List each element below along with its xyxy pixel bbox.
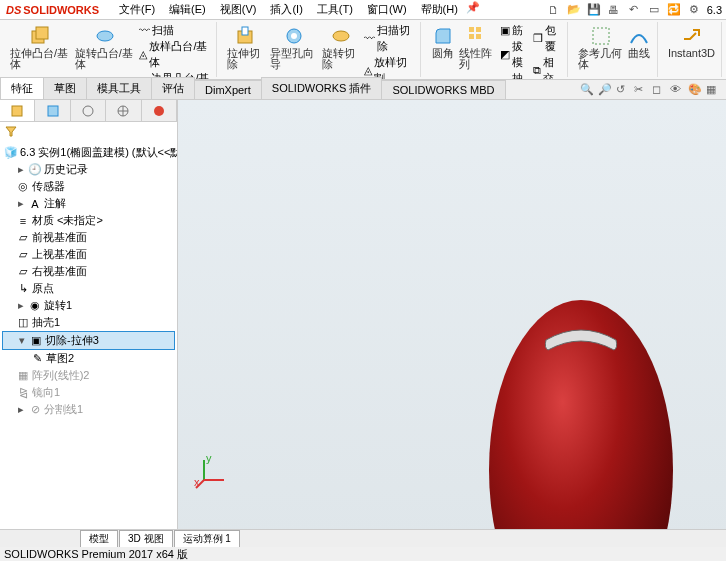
tab-motion[interactable]: 运动算例 1 xyxy=(174,530,240,548)
pattern-icon xyxy=(466,24,490,48)
revolve-boss-button[interactable]: 旋转凸台/基体 xyxy=(73,22,138,72)
open-icon[interactable]: 📂 xyxy=(567,3,581,17)
tree-origin[interactable]: ↳原点 xyxy=(2,280,175,297)
tab-mold[interactable]: 模具工具 xyxy=(86,77,152,99)
revolve-feat-icon: ◉ xyxy=(28,299,42,313)
extrude-cut-button[interactable]: 拉伸切除 xyxy=(225,22,268,72)
new-icon[interactable]: 🗋 xyxy=(547,3,561,17)
tree-lpattern[interactable]: ▦阵列(线性)2 xyxy=(2,367,175,384)
collapse-icon[interactable]: ▾ xyxy=(17,334,27,347)
menu-bar: 文件(F) 编辑(E) 视图(V) 插入(I) 工具(T) 窗口(W) 帮助(H… xyxy=(113,0,480,19)
tree-root[interactable]: 🧊6.3 实例1(椭圆盖建模) (默认<<默认>_显 xyxy=(2,144,175,161)
tree-front-plane[interactable]: ▱前视基准面 xyxy=(2,229,175,246)
save-icon[interactable]: 💾 xyxy=(587,3,601,17)
tree-split1[interactable]: ▸⊘分割线1 xyxy=(2,401,175,418)
rib-button[interactable]: ▣筋 xyxy=(498,22,530,38)
sensor-icon: ◎ xyxy=(16,180,30,194)
wrap-icon: ❒ xyxy=(533,30,543,46)
linear-pattern-button[interactable]: 线性阵列 xyxy=(457,22,498,72)
tree-material[interactable]: ≡材质 <未指定> xyxy=(2,212,175,229)
graphics-viewport[interactable]: x y xyxy=(178,100,726,540)
config-tab[interactable] xyxy=(71,100,106,121)
sweep-button[interactable]: 〰扫描 xyxy=(137,22,212,38)
display-style-icon[interactable]: ◻ xyxy=(652,83,666,97)
tree-top-plane[interactable]: ▱上视基准面 xyxy=(2,246,175,263)
revolve-cut-button[interactable]: 旋转切除 xyxy=(320,22,363,72)
expand-icon[interactable]: ▸ xyxy=(16,163,26,176)
draft-button[interactable]: ◩拔模 xyxy=(498,38,530,70)
menu-file[interactable]: 文件(F) xyxy=(113,0,161,19)
svg-rect-10 xyxy=(469,34,474,39)
menu-pushpin-icon[interactable]: 📌 xyxy=(466,0,480,14)
svg-point-2 xyxy=(97,31,113,41)
feature-tree-tab[interactable] xyxy=(0,100,35,121)
split-feat-icon: ⊘ xyxy=(28,403,42,417)
extrude-boss-button[interactable]: 拉伸凸台/基体 xyxy=(8,22,73,72)
tree-sensors[interactable]: ◎传感器 xyxy=(2,178,175,195)
expand-icon[interactable]: ▸ xyxy=(16,197,26,210)
prev-view-icon[interactable]: ↺ xyxy=(616,83,630,97)
menu-tools[interactable]: 工具(T) xyxy=(311,0,359,19)
display-tab[interactable] xyxy=(142,100,177,121)
zoom-area-icon[interactable]: 🔎 xyxy=(598,83,612,97)
menu-window[interactable]: 窗口(W) xyxy=(361,0,413,19)
sweep-cut-button[interactable]: 〰扫描切除 xyxy=(362,22,415,54)
tree-cut-extrude3[interactable]: ▾▣切除-拉伸3 xyxy=(2,331,175,350)
intersect-button[interactable]: ⧉相交 xyxy=(531,54,563,80)
options-icon[interactable]: ⚙ xyxy=(687,3,701,17)
fillet-button[interactable]: 圆角 xyxy=(429,22,457,61)
origin-icon: ↳ xyxy=(16,282,30,296)
menu-view[interactable]: 视图(V) xyxy=(214,0,263,19)
tab-model[interactable]: 模型 xyxy=(80,530,118,548)
curves-button[interactable]: 曲线 xyxy=(625,22,653,61)
refgeom-icon xyxy=(589,24,613,48)
print-icon[interactable]: 🖶 xyxy=(607,3,621,17)
tab-dimxpert[interactable]: DimXpert xyxy=(194,80,262,99)
ref-geometry-button[interactable]: 参考几何体 xyxy=(576,22,625,72)
tab-addins[interactable]: SOLIDWORKS 插件 xyxy=(261,77,383,99)
tab-3dview[interactable]: 3D 视图 xyxy=(119,530,173,548)
plane-icon: ▱ xyxy=(16,265,30,279)
menu-edit[interactable]: 编辑(E) xyxy=(163,0,212,19)
hide-show-icon[interactable]: 👁 xyxy=(670,83,684,97)
tab-features[interactable]: 特征 xyxy=(0,77,44,99)
hole-wizard-button[interactable]: 异型孔向导 xyxy=(268,22,320,72)
title-toolbar: 🗋 📂 💾 🖶 ↶ ▭ 🔁 ⚙ 6.3 xyxy=(547,3,726,17)
menu-help[interactable]: 帮助(H) xyxy=(415,0,464,19)
tree-history[interactable]: ▸🕘历史记录 xyxy=(2,161,175,178)
appearance-icon[interactable]: 🎨 xyxy=(688,83,702,97)
history-icon: 🕘 xyxy=(28,163,42,177)
title-bar: DS SOLIDWORKS 文件(F) 编辑(E) 视图(V) 插入(I) 工具… xyxy=(0,0,726,20)
rebuild-icon[interactable]: 🔁 xyxy=(667,3,681,17)
tree-shell1[interactable]: ◫抽壳1 xyxy=(2,314,175,331)
expand-icon[interactable]: ▸ xyxy=(16,299,26,312)
zoom-fit-icon[interactable]: 🔍 xyxy=(580,83,594,97)
svg-point-6 xyxy=(291,33,297,39)
plane-icon: ▱ xyxy=(16,248,30,262)
wrap-button[interactable]: ❒包覆 xyxy=(531,22,563,54)
instant3d-button[interactable]: Instant3D xyxy=(666,22,717,61)
tree-sketch2[interactable]: ✎草图2 xyxy=(2,350,175,367)
property-tab[interactable] xyxy=(35,100,70,121)
scene-icon[interactable]: ▦ xyxy=(706,83,720,97)
orientation-triad[interactable]: x y xyxy=(194,454,230,490)
expand-icon[interactable]: ▸ xyxy=(16,403,26,416)
select-icon[interactable]: ▭ xyxy=(647,3,661,17)
undo-icon[interactable]: ↶ xyxy=(627,3,641,17)
dimxpert-tab[interactable] xyxy=(106,100,141,121)
ribbon: 拉伸凸台/基体 旋转凸台/基体 〰扫描 ◬放样凸台/基体 ◧边界凸台/基体 拉伸… xyxy=(0,20,726,80)
section-view-icon[interactable]: ✂ xyxy=(634,83,648,97)
tree-annotations[interactable]: ▸A注解 xyxy=(2,195,175,212)
menu-insert[interactable]: 插入(I) xyxy=(264,0,308,19)
loft-button[interactable]: ◬放样凸台/基体 xyxy=(137,38,212,70)
tab-mbd[interactable]: SOLIDWORKS MBD xyxy=(381,80,505,99)
tree-right-plane[interactable]: ▱右视基准面 xyxy=(2,263,175,280)
tab-sketch[interactable]: 草图 xyxy=(43,77,87,99)
tree-revolve1[interactable]: ▸◉旋转1 xyxy=(2,297,175,314)
fillet-icon xyxy=(431,24,455,48)
extrude-cut-icon xyxy=(234,24,258,48)
tree-mirror1[interactable]: ⧎镜向1 xyxy=(2,384,175,401)
tab-evaluate[interactable]: 评估 xyxy=(151,77,195,99)
tree-filter[interactable] xyxy=(4,124,173,138)
shell-button[interactable]: ◫抽壳 xyxy=(498,70,530,80)
